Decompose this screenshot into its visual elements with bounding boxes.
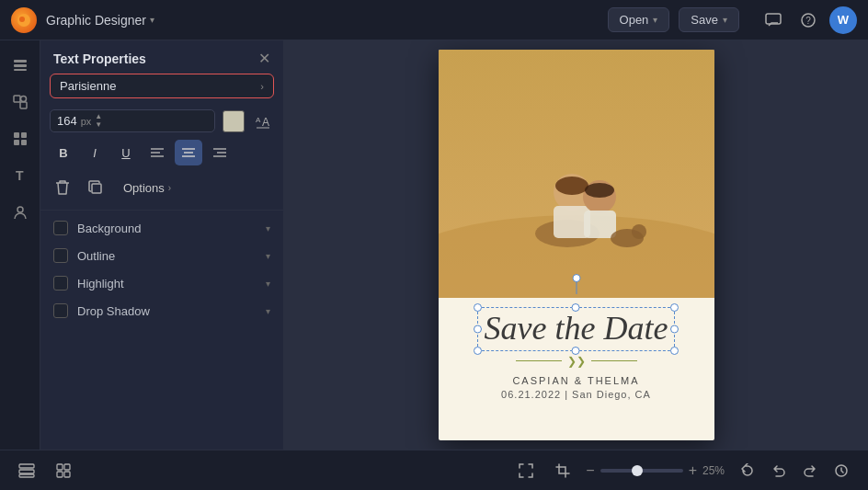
outline-chevron-icon: ▾ — [266, 251, 270, 261]
open-button[interactable]: Open ▾ — [608, 7, 670, 32]
history-buttons — [734, 457, 855, 484]
user-avatar[interactable]: W — [829, 6, 857, 34]
align-center-button[interactable] — [175, 140, 202, 165]
svg-rect-44 — [57, 464, 63, 470]
panel-title: Text Properties — [53, 51, 146, 66]
help-icon-button[interactable]: ? — [794, 6, 822, 34]
app-name-chevron-icon: ▾ — [150, 15, 154, 25]
svg-point-40 — [585, 183, 614, 198]
zoom-in-icon[interactable]: + — [689, 462, 697, 479]
open-chevron-icon: ▾ — [653, 15, 657, 25]
font-selector-chevron-icon: › — [260, 81, 264, 92]
text-resize-icon[interactable]: A A — [252, 110, 274, 132]
background-chevron-icon: ▾ — [266, 223, 270, 234]
topbar: Graphic Designer ▾ Open ▾ Save ▾ ? W — [0, 0, 868, 40]
zoom-slider[interactable] — [600, 469, 683, 473]
background-checkbox[interactable] — [53, 221, 68, 235]
format-row: B I U — [40, 136, 283, 169]
design-card[interactable]: Save the Date ❯❯ CASPIAN & THELMA 06.21.… — [439, 50, 714, 440]
svg-rect-9 — [20, 102, 27, 108]
svg-point-1 — [19, 17, 25, 22]
underline-button[interactable]: U — [112, 140, 140, 165]
highlight-checkbox[interactable] — [53, 276, 68, 291]
drop-shadow-chevron-icon: ▾ — [266, 306, 270, 316]
outline-effect-row[interactable]: Outline ▾ — [40, 242, 283, 269]
svg-point-16 — [17, 207, 23, 212]
drop-shadow-checkbox[interactable] — [53, 303, 68, 318]
canvas-area[interactable]: Save the Date ❯❯ CASPIAN & THELMA 06.21.… — [284, 40, 868, 450]
save-chevron-icon: ▾ — [723, 15, 727, 25]
app-name-dropdown[interactable]: Graphic Designer ▾ — [46, 13, 154, 28]
properties-panel: Text Properties ✕ Parisienne › 164 px ▲ … — [40, 40, 284, 450]
bold-button[interactable]: B — [50, 140, 77, 165]
app-name-label: Graphic Designer — [46, 13, 146, 28]
text-icon-button[interactable]: T — [5, 160, 36, 191]
svg-rect-13 — [14, 140, 19, 145]
card-names: CASPIAN & THELMA — [512, 375, 639, 386]
zoom-out-icon[interactable]: − — [586, 462, 594, 479]
svg-rect-29 — [92, 184, 101, 193]
message-icon-button[interactable] — [760, 6, 787, 34]
history-button[interactable] — [828, 457, 855, 484]
shapes-icon-button[interactable] — [5, 86, 36, 118]
svg-rect-45 — [64, 464, 70, 470]
panel-close-button[interactable]: ✕ — [258, 51, 270, 66]
zoom-control: − + 25% — [586, 462, 725, 479]
font-name-label: Parisienne — [60, 79, 116, 93]
people-icon-button[interactable] — [5, 197, 36, 228]
svg-rect-8 — [14, 96, 20, 102]
zoom-percent-label: 25% — [702, 464, 725, 477]
duplicate-button[interactable] — [83, 175, 108, 200]
highlight-effect-row[interactable]: Highlight ▾ — [40, 269, 283, 297]
revert-button[interactable] — [734, 457, 761, 484]
font-size-stepper[interactable]: ▲ ▼ — [95, 113, 102, 129]
italic-button[interactable]: I — [81, 140, 108, 165]
options-button[interactable]: Options › — [116, 177, 178, 199]
font-size-row: 164 px ▲ ▼ A A — [40, 106, 283, 136]
font-size-up-icon[interactable]: ▲ — [95, 113, 102, 120]
highlight-label: Highlight — [77, 277, 257, 291]
card-text-area: Save the Date ❯❯ CASPIAN & THELMA 06.21.… — [439, 298, 714, 411]
delete-button[interactable] — [50, 175, 75, 200]
redo-button[interactable] — [796, 457, 824, 484]
save-button[interactable]: Save ▾ — [679, 7, 739, 32]
svg-rect-46 — [57, 472, 63, 477]
layers-icon-button[interactable] — [5, 50, 36, 81]
background-effect-row[interactable]: Background ▾ — [40, 214, 283, 242]
outline-label: Outline — [77, 249, 257, 263]
font-size-input[interactable]: 164 px ▲ ▼ — [50, 109, 215, 132]
app-logo[interactable] — [11, 7, 37, 33]
card-date: 06.21.2022 | San Diego, CA — [501, 389, 651, 400]
align-right-button[interactable] — [206, 140, 234, 165]
svg-rect-47 — [64, 472, 70, 477]
svg-rect-6 — [14, 64, 27, 67]
outline-checkbox[interactable] — [53, 248, 68, 263]
svg-rect-14 — [21, 140, 27, 145]
grid-icon-button[interactable] — [5, 123, 36, 154]
crop-button[interactable] — [549, 457, 577, 484]
bottom-toolbar: − + 25% — [0, 450, 868, 490]
svg-point-38 — [632, 224, 646, 239]
drop-shadow-effect-row[interactable]: Drop Shadow ▾ — [40, 297, 283, 325]
font-size-down-icon[interactable]: ▼ — [95, 121, 102, 129]
svg-text:?: ? — [805, 16, 811, 26]
card-decoration: ❯❯ — [516, 355, 637, 368]
svg-rect-12 — [21, 132, 27, 138]
text-color-swatch[interactable] — [223, 110, 245, 132]
align-left-button[interactable] — [143, 140, 171, 165]
grid-view-button[interactable] — [50, 457, 77, 484]
options-chevron-icon: › — [168, 183, 171, 193]
topbar-icons: ? W — [760, 6, 857, 34]
drop-shadow-label: Drop Shadow — [77, 304, 257, 318]
undo-button[interactable] — [765, 457, 793, 484]
fit-screen-button[interactable] — [512, 457, 540, 484]
highlight-chevron-icon: ▾ — [266, 279, 270, 289]
font-selector[interactable]: Parisienne › — [50, 74, 274, 98]
svg-rect-42 — [19, 470, 34, 473]
layers-panel-button[interactable] — [13, 457, 40, 484]
svg-text:T: T — [16, 168, 24, 183]
zoom-slider-thumb[interactable] — [632, 465, 643, 476]
svg-rect-11 — [14, 132, 19, 138]
panel-header: Text Properties ✕ — [40, 40, 283, 74]
actions-row: Options › — [40, 169, 283, 206]
